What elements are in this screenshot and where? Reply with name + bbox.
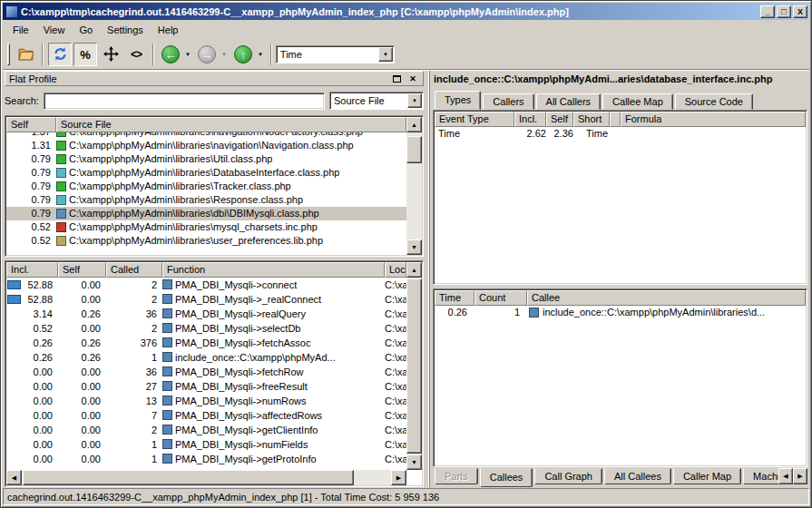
- tab-callers[interactable]: Callers: [483, 93, 533, 110]
- back-button[interactable]: ←: [159, 43, 182, 66]
- source-file-row[interactable]: 0.79C:\xampp\phpMyAdmin\libraries\Respon…: [6, 193, 406, 207]
- back-dropdown-arrow[interactable]: ▼: [185, 52, 191, 57]
- source-file-row[interactable]: 1.37C:\xampp\phpMyAdmin\libraries\naviga…: [6, 132, 406, 139]
- function-icon: [162, 381, 172, 391]
- scroll-right-icon[interactable]: ▶: [391, 470, 406, 485]
- incl-cell: 52.88: [6, 278, 58, 292]
- function-vertical-scrollbar[interactable]: ▲ ▼: [406, 262, 422, 470]
- function-row[interactable]: 0.520.002PMA_DBI_Mysqli->selectDbC:\xamp…: [6, 321, 406, 336]
- column-header-function[interactable]: Function: [162, 262, 385, 278]
- source-file-row[interactable]: 0.52C:\xampp\phpMyAdmin\libraries\user_p…: [6, 234, 406, 248]
- function-row[interactable]: 0.000.007PMA_DBI_Mysqli->affectedRowsC:\…: [6, 408, 406, 423]
- scroll-up-icon[interactable]: ▲: [406, 117, 422, 132]
- tab-call-graph[interactable]: Call Graph: [534, 468, 602, 484]
- minimize-button[interactable]: _: [760, 5, 775, 18]
- function-row[interactable]: 52.880.002PMA_DBI_Mysqli->connectC:\xamp…: [6, 278, 406, 292]
- function-row[interactable]: 0.260.261include_once::C:\xampp\phpMyAd.…: [6, 350, 406, 365]
- scroll-down-icon[interactable]: ▼: [406, 454, 422, 470]
- source-file-icon: [56, 181, 66, 191]
- menu-item-settings[interactable]: Settings: [101, 23, 150, 37]
- tab-types[interactable]: Types: [435, 91, 481, 110]
- function-row[interactable]: 0.000.0013PMA_DBI_Mysqli->numRowsC:\xamp…: [6, 394, 406, 408]
- column-header-count[interactable]: Count: [474, 290, 527, 306]
- column-header-event-type[interactable]: Event Type: [435, 112, 514, 127]
- source-file-row[interactable]: 0.79C:\xampp\phpMyAdmin\libraries\Databa…: [6, 166, 406, 180]
- dock-float-button[interactable]: [390, 73, 403, 84]
- chevron-down-icon[interactable]: ▼: [407, 93, 422, 108]
- function-row[interactable]: 0.000.001PMA_DBI_Mysqli->getProtoInfoC:\…: [6, 452, 406, 466]
- source-file-row[interactable]: 0.79C:\xampp\phpMyAdmin\libraries\Util.c…: [6, 152, 406, 166]
- tab-callees[interactable]: Callees: [480, 468, 533, 487]
- scroll-down-icon[interactable]: ▼: [406, 239, 422, 255]
- function-row[interactable]: 0.000.002PMA_DBI_Mysqli->getClientInfoC:…: [6, 423, 406, 437]
- column-header-self[interactable]: Self: [58, 262, 106, 278]
- tab-source-code[interactable]: Source Code: [675, 93, 753, 110]
- reload-button[interactable]: [48, 43, 72, 66]
- dock-close-button[interactable]: ✕: [406, 73, 419, 84]
- menu-item-file[interactable]: File: [6, 23, 35, 37]
- self-cell: 0.00: [58, 408, 106, 423]
- column-header-source-file[interactable]: Source File: [56, 117, 406, 132]
- scroll-thumb[interactable]: [23, 470, 354, 485]
- function-horizontal-scrollbar[interactable]: ◀ ▶: [6, 470, 406, 485]
- function-row[interactable]: 3.140.2636PMA_DBI_Mysqli->realQueryC:\xa…: [6, 307, 406, 321]
- menu-item-view[interactable]: View: [37, 23, 72, 37]
- tab-callee-map[interactable]: Callee Map: [602, 93, 673, 110]
- up-button[interactable]: ↑: [231, 43, 255, 66]
- maximize-button[interactable]: □: [777, 5, 791, 18]
- source-file-row[interactable]: 0.52C:\xampp\phpMyAdmin\libraries\mysql_…: [6, 220, 406, 234]
- menu-item-go[interactable]: Go: [73, 23, 99, 37]
- open-file-button[interactable]: [14, 43, 37, 66]
- column-header-called[interactable]: Called: [106, 262, 162, 278]
- tab-caller-map[interactable]: Caller Map: [673, 468, 741, 484]
- function-row[interactable]: 0.260.26376PMA_DBI_Mysqli->fetchAssocC:\…: [6, 336, 406, 350]
- forward-icon: →: [198, 45, 216, 64]
- dock-move-button[interactable]: [99, 43, 122, 66]
- function-icon: [162, 352, 172, 362]
- chevron-down-icon[interactable]: ▼: [378, 47, 393, 62]
- function-row[interactable]: 0.000.0027PMA_DBI_Mysqli->freeResultC:\x…: [6, 379, 406, 394]
- column-header-self[interactable]: Self: [6, 117, 56, 132]
- column-header-incl[interactable]: Incl.: [514, 112, 546, 127]
- column-header-callee[interactable]: Callee: [527, 290, 806, 306]
- source-file-row[interactable]: 0.79C:\xampp\phpMyAdmin\libraries\dbi\DB…: [6, 207, 406, 220]
- table-row[interactable]: 0.26 1 include_once::C:\xampp\phpMyAdmin…: [435, 306, 806, 319]
- source-file-row[interactable]: 1.31C:\xampp\phpMyAdmin\libraries\naviga…: [6, 139, 406, 152]
- search-input[interactable]: [44, 93, 325, 110]
- scroll-thumb[interactable]: [406, 278, 422, 454]
- function-row[interactable]: 52.880.002PMA_DBI_Mysqli->_realConnectC:…: [6, 292, 406, 307]
- toolbar-grip[interactable]: [7, 44, 10, 65]
- close-button[interactable]: X: [793, 5, 807, 18]
- table-row[interactable]: Time 2.62 2.36 Time: [435, 127, 806, 141]
- event-type-selector[interactable]: Time ▼: [276, 45, 395, 64]
- dock-title: Flat Profile: [9, 73, 386, 84]
- cycle-detection-button[interactable]: <>: [124, 43, 148, 66]
- source-file-row[interactable]: 0.79C:\xampp\phpMyAdmin\libraries\Tracke…: [6, 180, 406, 193]
- scroll-up-icon[interactable]: ▲: [406, 262, 422, 278]
- up-dropdown-arrow[interactable]: ▼: [258, 52, 263, 57]
- tab-all-callees[interactable]: All Callees: [604, 468, 671, 484]
- dock-title-bar[interactable]: Flat Profile ✕: [5, 71, 424, 86]
- source-vertical-scrollbar[interactable]: ▲ ▼: [406, 117, 422, 255]
- column-header-formula[interactable]: Formula: [621, 112, 806, 127]
- forward-dropdown-arrow[interactable]: ▼: [221, 52, 227, 57]
- column-header-incl[interactable]: Incl.: [6, 262, 58, 278]
- column-header-self[interactable]: Self: [546, 112, 573, 127]
- tabs-scroll-right-icon[interactable]: ▶: [793, 468, 807, 484]
- scroll-left-icon[interactable]: ◀: [6, 470, 22, 485]
- column-header-time[interactable]: Time: [435, 290, 474, 306]
- column-header-spacer[interactable]: [610, 112, 621, 127]
- percent-toggle-button[interactable]: %: [73, 43, 97, 66]
- function-row[interactable]: 0.000.0036PMA_DBI_Mysqli->fetchRowC:\xam…: [6, 365, 406, 379]
- function-name: PMA_DBI_Mysqli->_realConnect: [175, 292, 321, 307]
- tab-all-callers[interactable]: All Callers: [536, 93, 602, 110]
- column-header-short[interactable]: Short: [573, 112, 610, 127]
- menu-item-help[interactable]: Help: [152, 23, 185, 37]
- scroll-thumb[interactable]: [406, 136, 422, 163]
- tabs-scroll-left-icon[interactable]: ◀: [778, 468, 793, 484]
- column-header-location[interactable]: Location: [385, 262, 406, 278]
- title-bar[interactable]: C:\xampp\tmp\cachegrind.out.1416463299-C…: [3, 3, 809, 20]
- function-row[interactable]: 0.000.001PMA_DBI_Mysqli->numFieldsC:\xam…: [6, 437, 406, 452]
- forward-button[interactable]: →: [195, 43, 219, 66]
- group-selector[interactable]: Source File ▼: [329, 92, 424, 110]
